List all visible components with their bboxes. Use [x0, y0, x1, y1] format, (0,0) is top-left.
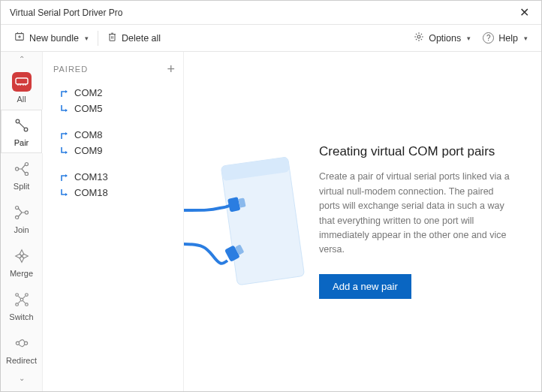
toolbar: New bundle ▾ Delete all Options ▾ ? Help…	[1, 25, 541, 52]
sidebar-item-join[interactable]: Join	[1, 197, 42, 240]
port-name: COM18	[74, 187, 108, 198]
chevron-down-icon: ▾	[85, 35, 89, 42]
main-description: Create a pair of virtual serial ports li…	[319, 170, 513, 257]
scroll-up-icon[interactable]: ⌃	[1, 52, 42, 66]
options-label: Options	[429, 33, 461, 44]
add-new-pair-button[interactable]: Add a new pair	[319, 274, 411, 299]
svg-point-35	[25, 303, 28, 306]
port-connector-icon	[59, 89, 70, 98]
new-bundle-label: New bundle	[29, 33, 79, 44]
window-title: Virtual Serial Port Driver Pro	[10, 8, 515, 18]
svg-point-27	[25, 162, 28, 165]
port-panel-header: PAIRED +	[43, 59, 183, 82]
svg-point-31	[15, 216, 18, 219]
port-item[interactable]: COM18	[56, 185, 183, 201]
port-item[interactable]: COM8	[56, 127, 183, 143]
delete-all-button[interactable]: Delete all	[101, 29, 167, 47]
port-panel-title: PAIRED	[53, 65, 167, 74]
port-connector-icon	[59, 173, 70, 182]
svg-point-29	[25, 211, 28, 214]
sidebar-item-label: Switch	[9, 312, 33, 321]
port-connector-icon	[59, 188, 70, 198]
port-name: COM5	[74, 103, 103, 114]
main-content: Creating virtual COM port pairs Create a…	[184, 52, 541, 391]
new-bundle-button[interactable]: New bundle ▾	[8, 29, 95, 47]
svg-line-17	[416, 39, 417, 40]
port-item[interactable]: COM5	[56, 101, 183, 116]
port-item[interactable]: COM13	[56, 169, 183, 185]
svg-line-37	[18, 296, 20, 298]
options-button[interactable]: Options ▾	[408, 29, 477, 47]
toolbar-separator	[98, 31, 98, 46]
main-heading: Creating virtual COM port pairs	[319, 144, 513, 159]
split-icon	[12, 159, 32, 179]
gear-icon	[414, 32, 424, 44]
title-bar: Virtual Serial Port Driver Pro ✕	[1, 1, 541, 25]
svg-rect-19	[16, 78, 28, 84]
chevron-down-icon: ▾	[524, 35, 528, 42]
help-button[interactable]: ? Help ▾	[477, 29, 534, 47]
svg-point-30	[15, 206, 18, 209]
sidebar-item-redirect[interactable]: Redirect	[1, 327, 42, 371]
bundle-icon	[14, 32, 25, 44]
svg-point-34	[15, 303, 18, 306]
add-pair-icon[interactable]: +	[167, 64, 176, 74]
scroll-down-icon[interactable]: ⌄	[1, 371, 42, 385]
port-name: COM2	[74, 87, 103, 98]
delete-all-label: Delete all	[122, 33, 161, 44]
port-name: COM9	[74, 145, 103, 156]
pair-icon	[12, 116, 32, 135]
svg-point-41	[16, 342, 19, 345]
port-panel: PAIRED + COM2 COM5 COM8 COM9	[43, 52, 184, 391]
port-group: COM8 COM9	[43, 124, 183, 166]
svg-line-18	[421, 34, 422, 35]
sidebar-item-pair[interactable]: Pair	[1, 110, 42, 153]
svg-point-36	[20, 298, 23, 301]
port-item[interactable]: COM9	[56, 143, 183, 158]
chevron-down-icon: ▾	[467, 35, 471, 42]
svg-point-33	[25, 294, 28, 297]
svg-rect-5	[110, 35, 115, 41]
svg-line-16	[421, 39, 422, 40]
svg-point-32	[15, 294, 18, 297]
all-icon	[12, 72, 32, 92]
port-name: COM8	[74, 129, 103, 140]
sidebar-item-label: Pair	[14, 138, 29, 147]
sidebar-item-merge[interactable]: Merge	[1, 240, 42, 284]
sidebar-item-label: Redirect	[6, 356, 37, 365]
sidebar: ⌃ All Pair Split Join	[1, 52, 43, 391]
redirect-icon	[12, 333, 32, 353]
port-name: COM13	[74, 171, 108, 182]
svg-point-28	[25, 172, 28, 175]
svg-line-40	[23, 301, 25, 303]
port-group: COM13 COM18	[43, 166, 183, 208]
svg-point-24	[16, 119, 20, 123]
sidebar-item-label: All	[17, 95, 26, 104]
help-icon: ?	[483, 32, 494, 44]
sidebar-item-split[interactable]: Split	[1, 153, 42, 197]
merge-icon	[12, 246, 32, 266]
svg-point-25	[24, 128, 28, 131]
svg-point-10	[417, 35, 420, 38]
svg-point-26	[15, 167, 18, 170]
port-connector-icon	[59, 131, 70, 140]
sidebar-item-label: Merge	[10, 269, 33, 278]
close-icon[interactable]: ✕	[515, 5, 534, 20]
svg-line-39	[18, 301, 20, 303]
switch-icon	[12, 290, 32, 309]
svg-line-15	[416, 34, 417, 35]
help-label: Help	[498, 33, 518, 44]
pair-illustration	[184, 139, 312, 304]
sidebar-item-label: Join	[14, 225, 29, 234]
sidebar-item-label: Split	[14, 182, 29, 191]
port-connector-icon	[59, 104, 70, 113]
trash-icon	[107, 32, 117, 44]
port-connector-icon	[59, 146, 70, 155]
join-icon	[12, 203, 32, 222]
port-group: COM2 COM5	[43, 82, 183, 124]
port-item[interactable]: COM2	[56, 85, 183, 101]
svg-line-38	[23, 296, 25, 298]
sidebar-item-switch[interactable]: Switch	[1, 284, 42, 327]
sidebar-item-all[interactable]: All	[1, 66, 42, 110]
svg-point-42	[24, 342, 27, 345]
